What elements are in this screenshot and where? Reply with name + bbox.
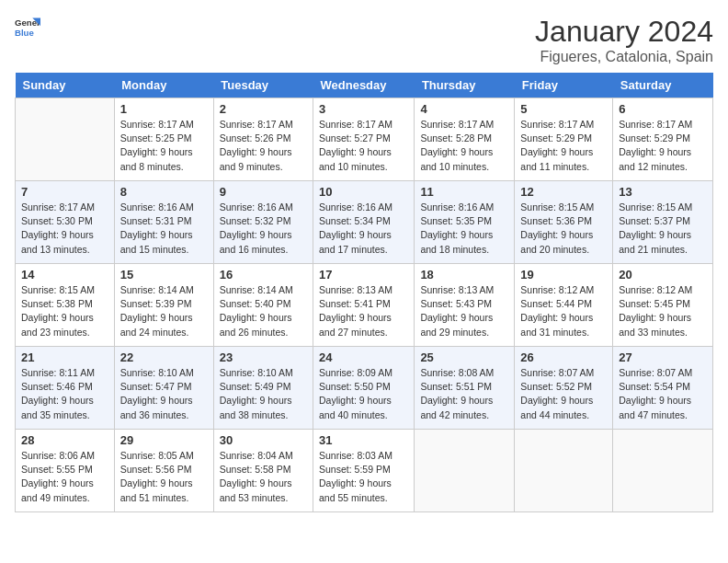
calendar-cell: 7Sunrise: 8:17 AM Sunset: 5:30 PM Daylig… [16, 181, 115, 264]
calendar-cell [16, 98, 115, 181]
day-info: Sunrise: 8:17 AM Sunset: 5:29 PM Dayligh… [520, 118, 607, 174]
svg-text:Blue: Blue [15, 28, 34, 38]
week-row: 14Sunrise: 8:15 AM Sunset: 5:38 PM Dayli… [16, 264, 713, 347]
day-info: Sunrise: 8:13 AM Sunset: 5:43 PM Dayligh… [420, 283, 508, 339]
day-info: Sunrise: 8:03 AM Sunset: 5:59 PM Dayligh… [319, 449, 408, 505]
calendar-cell: 16Sunrise: 8:14 AM Sunset: 5:40 PM Dayli… [213, 264, 313, 347]
day-info: Sunrise: 8:16 AM Sunset: 5:34 PM Dayligh… [319, 201, 408, 257]
column-header-sunday: Sunday [16, 73, 115, 98]
day-info: Sunrise: 8:14 AM Sunset: 5:40 PM Dayligh… [220, 283, 307, 339]
day-number: 12 [520, 185, 607, 199]
day-number: 19 [520, 268, 607, 282]
day-info: Sunrise: 8:11 AM Sunset: 5:46 PM Dayligh… [21, 366, 108, 422]
day-number: 2 [220, 102, 307, 116]
day-info: Sunrise: 8:16 AM Sunset: 5:31 PM Dayligh… [120, 201, 208, 257]
day-number: 25 [420, 350, 508, 364]
week-row: 7Sunrise: 8:17 AM Sunset: 5:30 PM Daylig… [16, 181, 713, 264]
week-row: 1Sunrise: 8:17 AM Sunset: 5:25 PM Daylig… [16, 98, 713, 181]
day-number: 11 [420, 185, 508, 199]
calendar-cell: 23Sunrise: 8:10 AM Sunset: 5:49 PM Dayli… [213, 347, 313, 430]
day-number: 17 [319, 268, 408, 282]
day-number: 21 [21, 350, 108, 364]
calendar-cell: 14Sunrise: 8:15 AM Sunset: 5:38 PM Dayli… [16, 264, 115, 347]
day-info: Sunrise: 8:15 AM Sunset: 5:38 PM Dayligh… [21, 283, 108, 339]
calendar-cell: 20Sunrise: 8:12 AM Sunset: 5:45 PM Dayli… [613, 264, 713, 347]
day-info: Sunrise: 8:12 AM Sunset: 5:44 PM Dayligh… [520, 283, 607, 339]
day-number: 5 [520, 102, 607, 116]
calendar-cell: 28Sunrise: 8:06 AM Sunset: 5:55 PM Dayli… [16, 430, 115, 512]
day-number: 29 [120, 433, 208, 447]
logo: General Blue [15, 15, 40, 40]
column-header-tuesday: Tuesday [213, 73, 313, 98]
day-number: 6 [619, 102, 707, 116]
day-info: Sunrise: 8:17 AM Sunset: 5:25 PM Dayligh… [120, 118, 208, 174]
day-info: Sunrise: 8:13 AM Sunset: 5:41 PM Dayligh… [319, 283, 408, 339]
day-info: Sunrise: 8:14 AM Sunset: 5:39 PM Dayligh… [120, 283, 208, 339]
day-info: Sunrise: 8:10 AM Sunset: 5:47 PM Dayligh… [120, 366, 208, 422]
day-number: 1 [120, 102, 208, 116]
day-number: 26 [520, 350, 607, 364]
day-number: 18 [420, 268, 508, 282]
week-row: 28Sunrise: 8:06 AM Sunset: 5:55 PM Dayli… [16, 430, 713, 512]
day-info: Sunrise: 8:17 AM Sunset: 5:29 PM Dayligh… [619, 118, 707, 174]
logo-icon: General Blue [15, 15, 40, 40]
calendar-cell: 8Sunrise: 8:16 AM Sunset: 5:31 PM Daylig… [114, 181, 213, 264]
day-info: Sunrise: 8:17 AM Sunset: 5:28 PM Dayligh… [420, 118, 508, 174]
day-info: Sunrise: 8:06 AM Sunset: 5:55 PM Dayligh… [21, 449, 108, 505]
calendar-cell: 30Sunrise: 8:04 AM Sunset: 5:58 PM Dayli… [213, 430, 313, 512]
page-header: General Blue January 2024 Figueres, Cata… [15, 15, 713, 65]
calendar-cell: 1Sunrise: 8:17 AM Sunset: 5:25 PM Daylig… [114, 98, 213, 181]
day-number: 13 [619, 185, 707, 199]
day-info: Sunrise: 8:17 AM Sunset: 5:30 PM Dayligh… [21, 201, 108, 257]
calendar-cell: 25Sunrise: 8:08 AM Sunset: 5:51 PM Dayli… [415, 347, 515, 430]
day-number: 16 [220, 268, 307, 282]
day-info: Sunrise: 8:15 AM Sunset: 5:37 PM Dayligh… [619, 201, 707, 257]
day-info: Sunrise: 8:15 AM Sunset: 5:36 PM Dayligh… [520, 201, 607, 257]
calendar-cell: 31Sunrise: 8:03 AM Sunset: 5:59 PM Dayli… [313, 430, 415, 512]
day-info: Sunrise: 8:16 AM Sunset: 5:32 PM Dayligh… [220, 201, 307, 257]
day-number: 20 [619, 268, 707, 282]
day-info: Sunrise: 8:07 AM Sunset: 5:52 PM Dayligh… [520, 366, 607, 422]
calendar-cell: 11Sunrise: 8:16 AM Sunset: 5:35 PM Dayli… [415, 181, 515, 264]
calendar-cell: 13Sunrise: 8:15 AM Sunset: 5:37 PM Dayli… [613, 181, 713, 264]
day-number: 23 [220, 350, 307, 364]
calendar-title: January 2024 [535, 15, 713, 49]
calendar-cell: 26Sunrise: 8:07 AM Sunset: 5:52 PM Dayli… [515, 347, 613, 430]
day-number: 14 [21, 268, 108, 282]
day-info: Sunrise: 8:17 AM Sunset: 5:27 PM Dayligh… [319, 118, 408, 174]
week-row: 21Sunrise: 8:11 AM Sunset: 5:46 PM Dayli… [16, 347, 713, 430]
calendar-cell [515, 430, 613, 512]
day-number: 15 [120, 268, 208, 282]
day-number: 24 [319, 350, 408, 364]
calendar-subtitle: Figueres, Catalonia, Spain [535, 49, 713, 65]
calendar-cell [415, 430, 515, 512]
day-number: 9 [220, 185, 307, 199]
day-number: 3 [319, 102, 408, 116]
day-number: 27 [619, 350, 707, 364]
calendar-table: SundayMondayTuesdayWednesdayThursdayFrid… [15, 73, 713, 512]
day-number: 10 [319, 185, 408, 199]
calendar-cell: 3Sunrise: 8:17 AM Sunset: 5:27 PM Daylig… [313, 98, 415, 181]
day-info: Sunrise: 8:08 AM Sunset: 5:51 PM Dayligh… [420, 366, 508, 422]
calendar-cell: 18Sunrise: 8:13 AM Sunset: 5:43 PM Dayli… [415, 264, 515, 347]
calendar-cell: 17Sunrise: 8:13 AM Sunset: 5:41 PM Dayli… [313, 264, 415, 347]
column-header-friday: Friday [515, 73, 613, 98]
column-header-saturday: Saturday [613, 73, 713, 98]
calendar-cell: 4Sunrise: 8:17 AM Sunset: 5:28 PM Daylig… [415, 98, 515, 181]
day-info: Sunrise: 8:07 AM Sunset: 5:54 PM Dayligh… [619, 366, 707, 422]
calendar-cell: 29Sunrise: 8:05 AM Sunset: 5:56 PM Dayli… [114, 430, 213, 512]
day-number: 7 [21, 185, 108, 199]
day-number: 8 [120, 185, 208, 199]
day-info: Sunrise: 8:05 AM Sunset: 5:56 PM Dayligh… [120, 449, 208, 505]
day-info: Sunrise: 8:10 AM Sunset: 5:49 PM Dayligh… [220, 366, 307, 422]
day-number: 22 [120, 350, 208, 364]
day-number: 31 [319, 433, 408, 447]
day-number: 28 [21, 433, 108, 447]
column-header-thursday: Thursday [415, 73, 515, 98]
day-number: 4 [420, 102, 508, 116]
calendar-cell: 2Sunrise: 8:17 AM Sunset: 5:26 PM Daylig… [213, 98, 313, 181]
day-info: Sunrise: 8:16 AM Sunset: 5:35 PM Dayligh… [420, 201, 508, 257]
day-info: Sunrise: 8:17 AM Sunset: 5:26 PM Dayligh… [220, 118, 307, 174]
day-info: Sunrise: 8:09 AM Sunset: 5:50 PM Dayligh… [319, 366, 408, 422]
calendar-cell: 15Sunrise: 8:14 AM Sunset: 5:39 PM Dayli… [114, 264, 213, 347]
